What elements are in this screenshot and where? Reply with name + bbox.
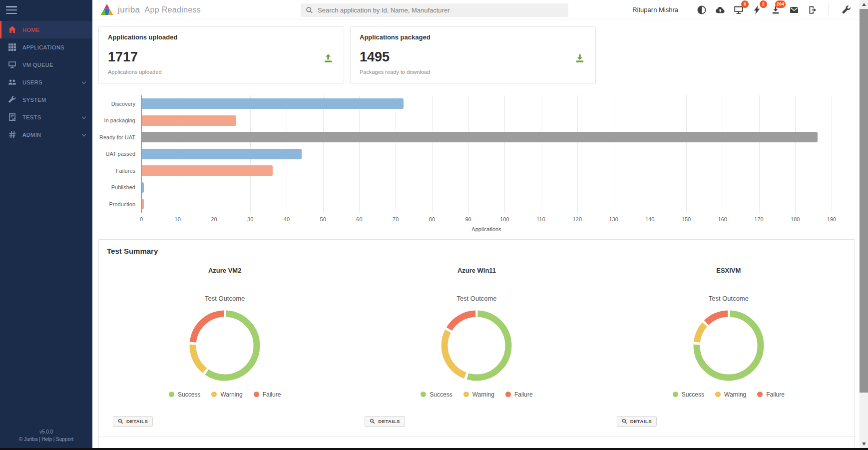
details-button[interactable]: DETAILS	[365, 416, 405, 427]
sidebar-item-users[interactable]: USERS	[0, 73, 92, 91]
legend-dot-icon	[757, 392, 763, 397]
hamburger-menu-icon[interactable]	[6, 6, 17, 14]
magnifier-icon	[118, 419, 123, 424]
x-axis-tick: 130	[609, 216, 618, 222]
bar-uat-passed[interactable]	[142, 149, 302, 159]
user-name[interactable]: Rituparn Mishra	[632, 6, 678, 13]
x-axis-tick: 0	[140, 216, 143, 222]
sidebar-item-applications[interactable]: APPLICATIONS	[0, 38, 92, 56]
upload-green-icon[interactable]	[323, 53, 334, 64]
bar-category-label: Production	[98, 196, 141, 213]
test-summary-panel: Test Summary Azure VM2Test OutcomeSucces…	[98, 239, 855, 450]
x-axis-tick: 80	[429, 216, 435, 222]
chart-subtitle: Test Outcome	[205, 295, 245, 302]
legend-item[interactable]: Success	[673, 391, 704, 398]
bar-category-label: Discovery	[98, 95, 141, 112]
bar-discovery[interactable]	[142, 98, 404, 109]
sidebar-item-label: TESTS	[22, 114, 41, 120]
grid-icon	[8, 43, 16, 51]
magnifier-icon	[622, 419, 627, 424]
vertical-scrollbar[interactable]	[860, 0, 868, 448]
mail-icon[interactable]	[788, 4, 800, 16]
legend-item[interactable]: Success	[169, 391, 200, 398]
test-outcome-donut-chart[interactable]	[439, 308, 514, 383]
donut-legend: SuccessWarningFailure	[415, 391, 538, 398]
sidebar-item-tests[interactable]: TESTS	[0, 108, 92, 126]
sidebar-item-admin[interactable]: ADMIN	[0, 126, 92, 143]
sidebar-item-label: APPLICATIONS	[22, 44, 64, 50]
legend-dot-icon	[463, 392, 469, 397]
sidebar-item-home[interactable]: HOME	[0, 21, 92, 38]
details-button[interactable]: DETAILS	[617, 416, 657, 427]
legend-item[interactable]: Warning	[211, 391, 242, 398]
bottom-edge-bar	[0, 448, 868, 450]
header-actions: Rituparn Mishra 02264	[632, 3, 860, 16]
notification-badge: 0	[741, 0, 749, 8]
search-bar[interactable]	[301, 3, 568, 17]
card-subtitle: Packages ready to download	[360, 69, 586, 75]
vm-title: ESXiVM	[716, 267, 741, 274]
bar-category-label: Ready for UAT	[98, 129, 141, 146]
bolt-icon[interactable]: 2	[751, 4, 763, 16]
sidebar-top	[0, 0, 92, 20]
x-axis-tick: 10	[175, 216, 181, 222]
x-axis-tick: 70	[393, 216, 399, 222]
stat-cards-row: Applications uploaded1717Applications up…	[98, 26, 860, 83]
card-value: 1495	[360, 49, 586, 65]
home-icon	[8, 25, 16, 34]
x-axis-label: Applications	[141, 226, 832, 232]
legend-dot-icon	[169, 392, 174, 397]
chart-subtitle: Test Outcome	[456, 295, 496, 302]
vm-title: Azure VM2	[208, 267, 241, 274]
vm-column-esxivm: ESXiVMTest OutcomeSuccessWarningFailureD…	[603, 255, 855, 427]
download-tray-icon[interactable]: 264	[770, 4, 782, 16]
x-axis-tick: 40	[284, 216, 290, 222]
monitor-icon[interactable]: 0	[733, 4, 745, 16]
legend-item[interactable]: Failure	[757, 391, 785, 398]
bar-failures[interactable]	[142, 165, 273, 176]
chevron-down-icon	[82, 115, 86, 119]
card-value: 1717	[108, 49, 335, 65]
x-axis-tick: 180	[791, 216, 800, 222]
download-green-icon[interactable]	[574, 53, 585, 64]
donut-legend: SuccessWarningFailure	[667, 391, 790, 398]
juriba-triangle-logo-icon	[100, 4, 113, 15]
bar-category-label: UAT passed	[98, 146, 141, 163]
settings-wrench-icon[interactable]	[841, 4, 853, 16]
legend-dot-icon	[421, 392, 426, 397]
sidebar: HOMEAPPLICATIONSVM QUEUEUSERSSYSTEMTESTS…	[0, 0, 92, 448]
legend-item[interactable]: Failure	[505, 391, 533, 398]
bar-published[interactable]	[142, 182, 144, 193]
bar-production[interactable]	[142, 199, 144, 209]
sidebar-item-label: VM QUEUE	[22, 62, 53, 68]
wrench-icon	[8, 95, 16, 104]
search-input[interactable]	[318, 6, 563, 14]
users-icon	[8, 78, 16, 86]
scrollbar-thumb[interactable]	[860, 9, 868, 393]
signout-icon[interactable]	[807, 4, 819, 16]
contrast-icon[interactable]	[696, 4, 708, 16]
test-outcome-donut-chart[interactable]	[691, 308, 766, 383]
sidebar-item-label: USERS	[22, 79, 42, 85]
bar-category-label: Published	[98, 179, 141, 196]
brand-name: juriba	[118, 5, 140, 15]
legend-item[interactable]: Failure	[254, 391, 281, 398]
legend-item[interactable]: Success	[421, 391, 452, 398]
donut-charts-row: Azure VM2Test OutcomeSuccessWarningFailu…	[99, 255, 855, 427]
bar-in-packaging[interactable]	[142, 115, 236, 126]
sidebar-item-system[interactable]: SYSTEM	[0, 91, 92, 108]
copyright-links[interactable]: © Juriba | Help | Support	[0, 436, 92, 443]
scroll-down-arrow-icon[interactable]	[860, 440, 868, 448]
legend-item[interactable]: Warning	[715, 391, 746, 398]
bar-ready-for-uat[interactable]	[142, 132, 818, 142]
legend-item[interactable]: Warning	[463, 391, 494, 398]
scroll-up-arrow-icon[interactable]	[860, 0, 868, 8]
cloud-upload-icon[interactable]	[714, 4, 726, 16]
legend-dot-icon	[211, 392, 217, 397]
test-outcome-donut-chart[interactable]	[187, 308, 262, 383]
x-axis-tick: 110	[536, 216, 545, 222]
sidebar-item-vm-queue[interactable]: VM QUEUE	[0, 56, 92, 73]
app-version: v5.0.0	[0, 428, 92, 436]
details-button[interactable]: DETAILS	[113, 416, 153, 427]
bar-category-label: Failures	[98, 162, 141, 179]
